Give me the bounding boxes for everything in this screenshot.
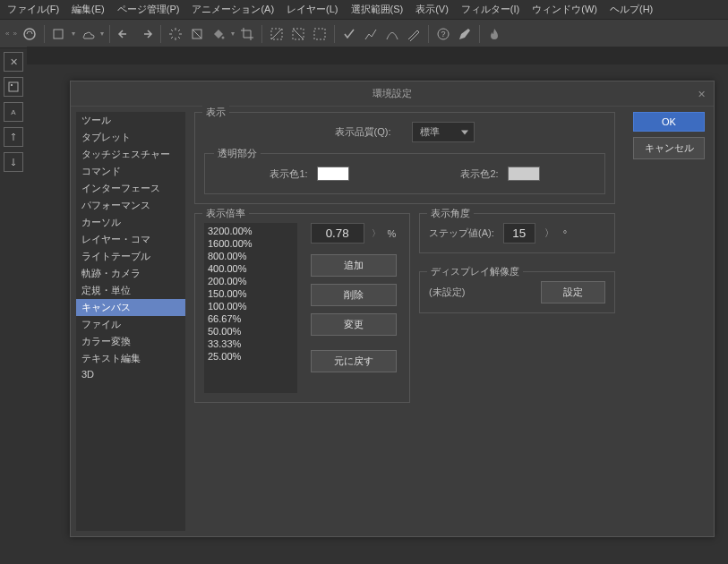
close-icon[interactable]: ✕ <box>694 87 708 101</box>
angle-suffix: ° <box>563 228 567 239</box>
panel-icon-2[interactable]: A <box>4 102 23 122</box>
cloud-icon[interactable] <box>79 25 97 43</box>
dropdown-icon[interactable]: ▾ <box>100 30 104 38</box>
svg-rect-1 <box>54 30 63 38</box>
clear-icon[interactable] <box>188 25 206 43</box>
zoom-level-item[interactable]: 66.67% <box>206 312 295 325</box>
category-item[interactable]: レイヤー・コマ <box>76 231 185 248</box>
color1-swatch[interactable] <box>317 167 349 181</box>
resolution-group: ディスプレイ解像度 (未設定) 設定 <box>419 271 615 313</box>
step-label: ステップ値(A): <box>429 226 494 240</box>
dialog-titlebar: 環境設定 ✕ <box>71 81 714 107</box>
edit-path-icon[interactable] <box>405 25 423 43</box>
graph-icon[interactable] <box>362 25 380 43</box>
zoom-level-item[interactable]: 50.00% <box>206 325 295 338</box>
zoom-level-item[interactable]: 200.00% <box>206 275 295 287</box>
category-item[interactable]: カーソル <box>76 214 185 231</box>
zoom-delete-button[interactable]: 削除 <box>311 284 397 306</box>
chevron-right-icon[interactable]: 〉 <box>544 226 554 240</box>
undo-icon[interactable] <box>116 25 133 43</box>
ok-button[interactable]: OK <box>633 112 705 132</box>
category-list[interactable]: ツールタブレットタッチジェスチャーコマンドインターフェースパフォーマンスカーソル… <box>76 112 185 531</box>
zoom-level-item[interactable]: 25.00% <box>206 350 295 363</box>
redo-icon[interactable] <box>137 25 155 43</box>
menu-help[interactable]: ヘルプ(H) <box>610 3 653 16</box>
menu-filter[interactable]: フィルター(I) <box>461 3 519 16</box>
zoom-level-item[interactable]: 3200.00% <box>206 225 295 237</box>
check-icon[interactable] <box>340 25 358 43</box>
category-item[interactable]: ツール <box>76 112 185 129</box>
flame-icon[interactable] <box>485 25 503 43</box>
color2-swatch[interactable] <box>508 167 540 181</box>
dropdown-icon[interactable]: ▾ <box>72 30 75 38</box>
menu-selection[interactable]: 選択範囲(S) <box>351 3 404 16</box>
category-item[interactable]: カラー変換 <box>76 333 185 350</box>
pen-path-icon[interactable] <box>383 25 401 43</box>
dropdown-icon[interactable]: ▾ <box>231 30 235 38</box>
pen-icon[interactable] <box>456 25 474 43</box>
category-item[interactable]: タブレット <box>76 129 185 146</box>
category-item[interactable]: キャンバス <box>76 299 185 316</box>
svg-line-9 <box>178 30 180 31</box>
help-icon[interactable]: ? <box>434 25 452 43</box>
menu-layer[interactable]: レイヤー(L) <box>287 3 338 16</box>
chevron-right-icon[interactable]: 〉 <box>372 227 381 240</box>
crop-icon[interactable] <box>238 25 256 43</box>
panel-icon-3[interactable] <box>4 127 23 147</box>
zoom-level-item[interactable]: 1600.00% <box>206 237 295 250</box>
category-item[interactable]: テキスト編集 <box>76 350 185 367</box>
toolbar-expand-right-icon[interactable]: » <box>13 30 16 38</box>
zoom-level-item[interactable]: 400.00% <box>206 262 295 275</box>
selection-none-icon[interactable] <box>268 25 286 43</box>
step-input[interactable] <box>503 223 535 244</box>
menu-view[interactable]: 表示(V) <box>415 3 449 16</box>
category-item[interactable]: パフォーマンス <box>76 197 185 214</box>
zoom-level-item[interactable]: 33.33% <box>206 338 295 350</box>
left-icon-bar: ✕ A <box>0 47 27 177</box>
zoom-level-item[interactable]: 100.00% <box>206 300 295 312</box>
new-canvas-icon[interactable] <box>50 25 68 43</box>
zoom-input[interactable] <box>311 223 364 244</box>
quality-select[interactable]: 標準 <box>412 122 475 142</box>
color1-label: 表示色1: <box>270 167 307 181</box>
zoom-change-button[interactable]: 変更 <box>311 313 397 336</box>
toolbar: « » ▾ ▾ ▾ ? <box>0 20 728 48</box>
resolution-status: (未設定) <box>429 286 465 299</box>
category-item[interactable]: タッチジェスチャー <box>76 146 185 163</box>
menu-file[interactable]: ファイル(F) <box>7 3 59 16</box>
zoom-group: 表示倍率 3200.00%1600.00%800.00%400.00%200.0… <box>194 213 410 403</box>
category-item[interactable]: インターフェース <box>76 180 185 197</box>
svg-line-7 <box>178 37 180 38</box>
category-item[interactable]: ファイル <box>76 316 185 333</box>
zoom-level-item[interactable]: 150.00% <box>206 287 295 300</box>
menu-edit[interactable]: 編集(E) <box>72 3 105 16</box>
fill-icon[interactable] <box>210 25 227 43</box>
svg-rect-19 <box>9 82 18 91</box>
panel-icon-1[interactable] <box>4 77 23 97</box>
selection-invert-icon[interactable] <box>289 25 307 43</box>
panel-icon-4[interactable] <box>4 152 23 172</box>
zoom-add-button[interactable]: 追加 <box>311 254 397 277</box>
category-item[interactable]: 軌跡・カメラ <box>76 265 185 282</box>
menu-window[interactable]: ウィンドウ(W) <box>532 3 597 16</box>
resolution-set-button[interactable]: 設定 <box>541 281 605 303</box>
svg-rect-16 <box>314 29 325 39</box>
category-item[interactable]: 定規・単位 <box>76 282 185 299</box>
transparency-legend: 透明部分 <box>214 147 261 160</box>
zoom-reset-button[interactable]: 元に戻す <box>311 350 397 372</box>
category-item[interactable]: コマンド <box>76 163 185 180</box>
zoom-level-item[interactable]: 800.00% <box>206 250 295 262</box>
swirl-icon[interactable] <box>21 25 39 43</box>
loading-icon[interactable] <box>167 25 184 43</box>
category-item[interactable]: 3D <box>76 367 185 381</box>
zoom-list[interactable]: 3200.00%1600.00%800.00%400.00%200.00%150… <box>204 223 297 393</box>
cancel-button[interactable]: キャンセル <box>633 137 705 159</box>
toolbar-expand-left-icon[interactable]: « <box>5 30 9 38</box>
close-panel-icon[interactable]: ✕ <box>4 52 23 72</box>
menu-animation[interactable]: アニメーション(A) <box>192 3 274 16</box>
svg-text:?: ? <box>441 30 445 38</box>
menu-page[interactable]: ページ管理(P) <box>117 3 180 16</box>
category-item[interactable]: ライトテーブル <box>76 248 185 265</box>
quality-label: 表示品質(Q): <box>335 125 391 139</box>
selection-all-icon[interactable] <box>311 25 329 43</box>
